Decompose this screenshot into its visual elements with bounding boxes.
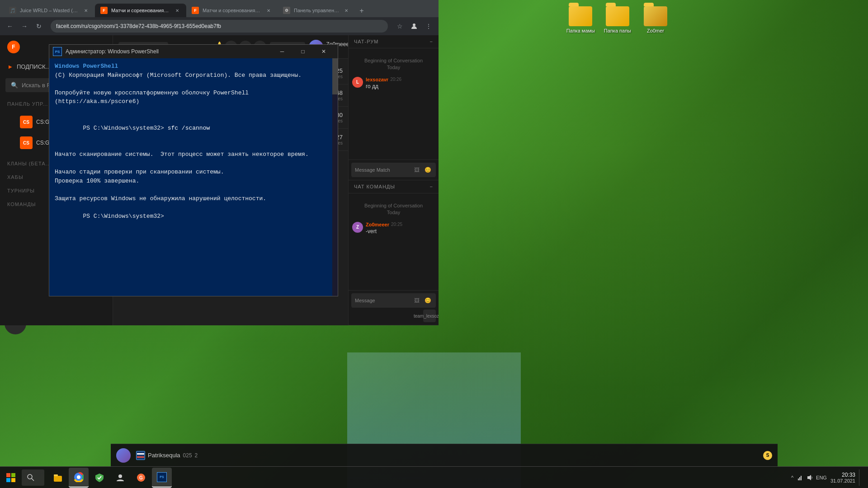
taskbar-clock: 20:33 31.07.2021 bbox=[830, 472, 855, 483]
svg-rect-1 bbox=[6, 473, 10, 477]
ps-line-blank-2 bbox=[55, 159, 332, 168]
folder-moms-label: Папка мамы bbox=[566, 28, 595, 33]
chat-team-beg-label: Beginning of Conversation bbox=[356, 202, 431, 209]
back-button[interactable]: ← bbox=[4, 20, 16, 33]
svg-rect-16 bbox=[801, 476, 802, 480]
forward-button[interactable]: → bbox=[18, 20, 31, 33]
sidebar-teams-label: КОМАНДЫ bbox=[7, 202, 36, 207]
ps-line-stage: Начало стадии проверки при сканировании … bbox=[55, 168, 332, 177]
ps-minimize-button[interactable]: ─ bbox=[272, 45, 292, 58]
sidebar-clans-label: КЛАНЫ (БЕТА...) bbox=[7, 161, 53, 166]
chat-username-zo0meeer: Zo0meeer bbox=[366, 222, 389, 227]
chat-team-send-hint[interactable]: team_lexsozavr bbox=[423, 310, 436, 322]
profile-button[interactable] bbox=[408, 20, 420, 33]
tab3-label: Матчи и соревнования FACEIT bbox=[203, 8, 261, 13]
taskbar-app-person[interactable] bbox=[110, 468, 130, 488]
ps-line-1: Windows PowerShell bbox=[55, 62, 332, 71]
svg-point-0 bbox=[413, 23, 415, 26]
bookmark-button[interactable]: ☆ bbox=[393, 20, 406, 33]
toolbar-right: ☆ ⋮ bbox=[393, 20, 435, 33]
folder-icon-zo0mer bbox=[644, 6, 667, 26]
folder-icon-dads bbox=[606, 6, 629, 26]
browser-tab-2[interactable]: F Матчи и соревнования FACEIT ✕ bbox=[95, 4, 186, 17]
ps-taskbar-icon: PS bbox=[157, 472, 167, 482]
folder-icon-moms bbox=[569, 6, 592, 26]
chat-team-title: ЧАТ КОМАНДЫ bbox=[354, 184, 395, 189]
chat-team-today-label: Today bbox=[356, 209, 431, 216]
show-desktop-button[interactable] bbox=[859, 469, 861, 486]
desktop-icon-folder-dads[interactable]: Папка папы bbox=[602, 5, 633, 35]
browser-tab-1[interactable]: 🎵 Juice WRLD – Wasted (feat. Lil U... ✕ bbox=[4, 4, 95, 17]
taskbar-app-shield[interactable] bbox=[90, 468, 109, 488]
flag-colors bbox=[137, 453, 144, 458]
chat-team-header: ЧАТ КОМАНДЫ − bbox=[349, 180, 439, 193]
tab1-close[interactable]: ✕ bbox=[82, 7, 90, 14]
ps-line-2: (C) Корпорация Майкрософт (Microsoft Cor… bbox=[55, 71, 332, 80]
desktop-icon-folder-moms[interactable]: Папка мамы bbox=[565, 5, 597, 35]
chat-msg-text-lexsozavr: го дд bbox=[366, 83, 435, 89]
browser-tab-3[interactable]: F Матчи и соревнования FACEIT ✕ bbox=[186, 4, 278, 17]
chat-team-emoji-btn[interactable]: 😊 bbox=[423, 296, 432, 305]
network-icon bbox=[796, 474, 803, 481]
tray-arrow[interactable]: ^ bbox=[791, 475, 793, 480]
tab4-close[interactable]: ✕ bbox=[343, 7, 350, 14]
chat-msg-content-lexsozavr: lexsozavr 20:26 го дд bbox=[366, 77, 435, 89]
chat-room-collapse[interactable]: − bbox=[430, 39, 433, 44]
taskbar-search-button[interactable] bbox=[22, 469, 44, 486]
svg-rect-14 bbox=[798, 479, 799, 480]
ps-title-text: Администратор: Windows PowerShell bbox=[66, 48, 272, 55]
svg-point-10 bbox=[77, 475, 80, 479]
chat-timestamp-zo0meeer: 20:25 bbox=[391, 222, 402, 227]
extensions-button[interactable]: ⋮ bbox=[422, 20, 435, 33]
bottom-player-bar: Patriksequla 025 2 S bbox=[111, 444, 778, 466]
faceit-logo: F bbox=[7, 41, 20, 53]
taskbar-app-explorer[interactable] bbox=[48, 468, 68, 488]
ps-line-scanning: Начато сканирование системы. Этот процес… bbox=[55, 150, 332, 159]
browser-tab-4[interactable]: ⚙ Панель управления закрыват... ✕ bbox=[278, 4, 355, 17]
svg-rect-7 bbox=[54, 476, 62, 482]
tab2-close[interactable]: ✕ bbox=[174, 7, 181, 14]
ps-maximize-button[interactable]: □ bbox=[292, 45, 313, 58]
new-tab-button[interactable]: + bbox=[355, 5, 368, 17]
chat-message-lexsozavr: L lexsozavr 20:26 го дд bbox=[352, 77, 435, 89]
tab3-close[interactable]: ✕ bbox=[265, 7, 272, 14]
ps-content: Windows PowerShell (C) Корпорация Майкро… bbox=[49, 58, 338, 296]
subscription-label: ПОДПИСК... bbox=[17, 63, 50, 70]
taskbar-right: ^ ENG 20:33 31.07.2021 bbox=[791, 469, 868, 486]
ps-line-3 bbox=[55, 80, 332, 89]
taskbar-app-powershell[interactable]: PS bbox=[152, 468, 172, 488]
ps-close-button[interactable]: ✕ bbox=[313, 45, 334, 58]
sidebar-tournaments-label: ТУРНИРЫ bbox=[7, 188, 35, 193]
tab1-favicon: 🎵 bbox=[9, 7, 16, 14]
speaker-icon bbox=[806, 474, 813, 481]
tab2-label: Матчи и соревнования FACEIT bbox=[111, 8, 170, 13]
chat-image-btn[interactable]: 🖼 bbox=[412, 165, 421, 174]
desktop-icon-zo0mer[interactable]: Zo0mer bbox=[642, 5, 669, 35]
svg-rect-4 bbox=[11, 478, 15, 482]
ps-window-buttons: ─ □ ✕ bbox=[272, 45, 334, 58]
svg-rect-8 bbox=[54, 474, 58, 476]
ps-scrollbar-thumb[interactable] bbox=[332, 58, 338, 94]
start-button[interactable] bbox=[0, 467, 22, 488]
taskbar-app-chrome[interactable] bbox=[69, 468, 89, 488]
chat-msg-content-zo0meeer: Zo0meeer 20:25 -vert bbox=[366, 222, 435, 235]
chat-team-input-box[interactable]: Message 🖼 😊 bbox=[351, 293, 436, 308]
chat-team-image-btn[interactable]: 🖼 bbox=[412, 296, 421, 305]
ps-cmd-1: sfc /scannow bbox=[168, 125, 210, 131]
browser-toolbar: ← → ↻ faceit.com/ru/csgo/room/1-3378de72… bbox=[0, 17, 439, 35]
url-bar[interactable]: faceit.com/ru/csgo/room/1-3378de72-438b-… bbox=[51, 20, 388, 33]
match-icon-1-text: CS bbox=[23, 120, 29, 125]
reload-button[interactable]: ↻ bbox=[33, 20, 45, 33]
taskbar-app-color[interactable]: G bbox=[131, 468, 151, 488]
chat-emoji-btn[interactable]: 😊 bbox=[423, 165, 432, 174]
player-score2: 2 bbox=[195, 452, 198, 459]
chat-team-collapse[interactable]: − bbox=[430, 184, 433, 189]
match-icon-2: CS bbox=[20, 136, 33, 149]
chat-message-zo0meeer: Z Zo0meeer 20:25 -vert bbox=[352, 222, 435, 235]
ps-scrollbar[interactable] bbox=[332, 58, 338, 296]
tab4-label: Панель управления закрыват... bbox=[294, 8, 339, 13]
chat-room-header: ЧАТ-РУМ − bbox=[349, 35, 439, 48]
tab4-favicon: ⚙ bbox=[283, 7, 290, 14]
taskbar-apps: G PS bbox=[48, 468, 172, 488]
chat-room-input-box[interactable]: Message Match 🖼 😊 bbox=[351, 163, 436, 177]
